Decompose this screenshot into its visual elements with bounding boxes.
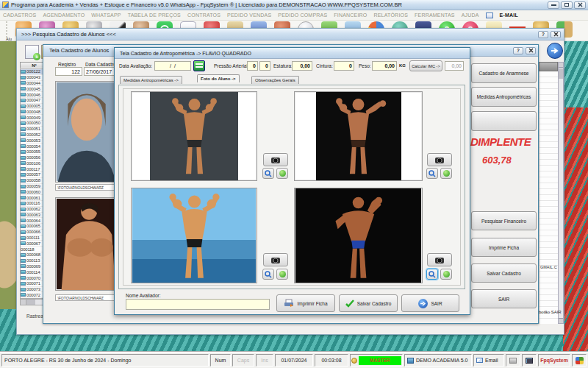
aluno-photo-2[interactable] [55, 197, 118, 291]
menu-item[interactable]: WHATSAPP [91, 13, 121, 18]
load-photo-button-4[interactable] [440, 269, 452, 280]
menu-item[interactable]: AGENDAMENTO [43, 13, 85, 18]
foto-pose-2[interactable] [294, 91, 423, 181]
load-photo-button-2[interactable] [440, 168, 452, 179]
status-printer-panel[interactable] [506, 354, 520, 367]
load-photo-button-3[interactable] [276, 269, 288, 280]
novo-cadastro-icon[interactable]: + [25, 45, 39, 59]
menu-item[interactable]: TABELA DE PREÇOS [128, 13, 181, 18]
foto-pose-4[interactable] [294, 188, 423, 283]
aluno-number: 000053 [26, 138, 40, 143]
green-orb-icon [279, 170, 286, 177]
menu-item[interactable]: FERRAMENTAS [415, 13, 455, 18]
restore-button[interactable] [561, 1, 573, 9]
nome-avaliador-field[interactable] [126, 299, 270, 310]
webcam-button-1[interactable] [263, 153, 288, 166]
photo-icon [21, 208, 26, 211]
scroll-thumb[interactable] [559, 68, 563, 79]
load-photo-button-1[interactable] [276, 168, 288, 179]
alunos-title: Tela Cadastro de Alunos [49, 47, 109, 54]
menu-item[interactable]: CADASTROS [3, 13, 36, 18]
status-system-panel: DEMO ACADEMIA 5.0 [404, 354, 472, 367]
estatura-field[interactable] [292, 61, 312, 71]
alunos-sair-button[interactable]: SAIR [471, 289, 537, 308]
status-computer-panel[interactable] [522, 354, 537, 367]
photo-icon [21, 288, 26, 291]
toolbar-gripper[interactable] [6, 21, 8, 38]
alunos-help-button[interactable]: ? [513, 47, 523, 54]
printer-icon [509, 358, 517, 364]
pesquisa-close-button[interactable] [551, 31, 561, 38]
scroll-left-arrow[interactable] [21, 300, 26, 305]
registro-field[interactable] [55, 67, 82, 76]
menu-item[interactable]: FINANCEIRO [334, 13, 367, 18]
photo-icon [21, 116, 26, 119]
zoom-search-button-2[interactable] [426, 168, 438, 179]
menu-item[interactable]: CONTRATOS [187, 13, 220, 18]
tab-observacoes[interactable]: Observações Gerais [251, 76, 299, 84]
pressao-diastolica-field[interactable] [259, 61, 270, 71]
pesquisa-sair-icon[interactable] [547, 43, 563, 59]
photo-icon [21, 185, 26, 188]
aluno-number: 000068 [26, 252, 40, 257]
cadastro-anamnese-button[interactable]: Cadastro de Anamnese [471, 63, 537, 83]
peso-field[interactable] [372, 61, 397, 71]
grid-vscrollbar[interactable] [558, 62, 564, 324]
tab-medidas[interactable]: Medidas Antropométricas -> [120, 76, 182, 84]
photo1-caption: .\FOTO\ARNOLDSCHWARZ [55, 184, 118, 191]
close-button[interactable] [574, 1, 586, 9]
minimize-button[interactable] [548, 1, 559, 9]
aluno-number: 000056 [26, 155, 40, 160]
menu-item[interactable]: PEDIDO COMPRAS [278, 13, 327, 18]
zoom-search-button-1[interactable] [262, 168, 274, 179]
data-avaliacao-field[interactable] [154, 61, 191, 71]
webcam-button-2[interactable] [427, 153, 452, 166]
webcam-button-3[interactable] [263, 253, 288, 266]
photo-icon [21, 253, 26, 257]
status-email-panel[interactable]: Email [473, 354, 504, 367]
data-cadastro-label: Data Cadastro [85, 62, 116, 67]
aluno-number: 000051 [26, 127, 40, 131]
antropometrica-titlebar[interactable]: Tela Cadastro de Antropométrica -> FLAVI… [115, 48, 470, 59]
imprime-ficha-button[interactable]: Imprime Ficha [471, 238, 537, 257]
mdi-wallpaper-right-top [563, 41, 588, 107]
menu-item[interactable]: PEDIDO VENDAS [227, 13, 271, 18]
medidas-antropometricas-button[interactable]: Medidas Antropométricas [471, 87, 537, 107]
photo-icon [21, 138, 26, 142]
photo2-caption: .\FOTO\ARNOLDSCHWARZ [55, 294, 118, 301]
foto-pose-3[interactable] [131, 188, 257, 283]
salvar-cadastro-button[interactable]: Salvar Cadastro [471, 263, 537, 283]
calcular-imc-button[interactable]: Calcular IMC -> [409, 60, 442, 71]
pressao-sistolica-field[interactable] [247, 61, 258, 71]
aluno-number: 000059 [26, 184, 40, 188]
menu-item[interactable]: RELATÓRIOS [373, 13, 408, 18]
status-app-panel[interactable] [572, 354, 587, 367]
grid-rows[interactable]: GMAIL.C [539, 71, 558, 324]
pesquisa-help-button[interactable]: ? [538, 31, 548, 38]
scroll-up-arrow[interactable] [559, 63, 563, 68]
pesquisar-financeiro-button[interactable]: Pesquisar Financeiro [471, 211, 537, 230]
tab-foto[interactable]: Foto do Aluno -> [197, 74, 240, 82]
calendar-icon[interactable] [193, 60, 205, 71]
aluno-number: 000043 [26, 75, 40, 79]
scroll-down-arrow[interactable] [559, 318, 563, 323]
menu-item[interactable]: AJUDA [462, 13, 479, 18]
salvar-cadastro-button[interactable]: Salvar Cadastro [339, 294, 398, 312]
pesquisa-titlebar[interactable]: >>> Pesquisa Cadastro de Alunos <<< ? [17, 29, 564, 40]
data-cadastro-field[interactable] [84, 67, 118, 76]
zoom-search-button-4[interactable] [426, 269, 438, 280]
aluno-number: 000111 [26, 236, 40, 240]
webcam-button-4[interactable] [427, 253, 452, 266]
alunos-close-button[interactable] [526, 47, 536, 54]
antropometrica-sair-button[interactable]: SAIR [401, 294, 459, 312]
aluno-photo-1[interactable] [55, 81, 118, 183]
photo-icon [21, 161, 26, 165]
foto-pose-1[interactable] [131, 91, 257, 181]
scroll-thumb[interactable] [26, 300, 35, 305]
imc-result-field[interactable] [445, 61, 464, 71]
grid-header[interactable] [539, 62, 558, 71]
imprimir-ficha-button[interactable]: Imprimir Ficha [276, 294, 335, 312]
cintura-field[interactable] [334, 61, 354, 71]
menu-item-email[interactable]: E-MAIL [500, 13, 518, 18]
zoom-search-button-3[interactable] [262, 269, 274, 280]
